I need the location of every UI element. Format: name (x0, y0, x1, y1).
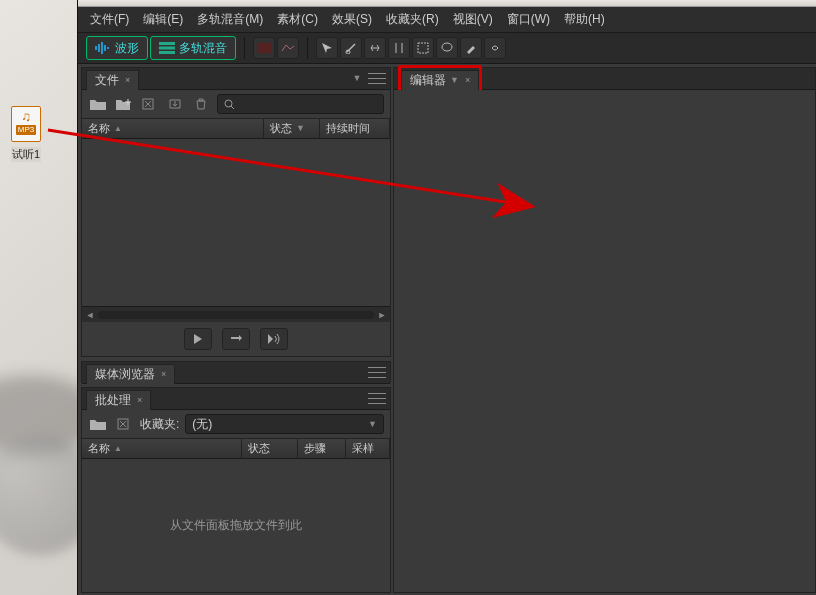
menu-clip[interactable]: 素材(C) (271, 9, 324, 30)
pitch-icon (281, 43, 295, 53)
batch-panel-header: 批处理 × (82, 388, 390, 410)
right-column: 编辑器 ▼ × (391, 64, 816, 595)
search-icon (224, 99, 235, 110)
media-browser-panel: 媒体浏览器 × (81, 361, 391, 383)
delete-button[interactable] (191, 95, 211, 113)
search-input[interactable] (239, 98, 377, 110)
panel-menu-dropdown[interactable]: ▼ (350, 72, 364, 86)
panel-options-icon[interactable] (368, 72, 386, 86)
files-tab-label: 文件 (95, 72, 119, 89)
menu-effects[interactable]: 效果(S) (326, 9, 378, 30)
tool-time-select[interactable] (388, 37, 410, 59)
brush-icon (465, 42, 477, 54)
remove-button[interactable] (114, 415, 134, 433)
scroll-left-icon[interactable]: ◄ (82, 308, 98, 322)
mp3-badge: MP3 (16, 125, 36, 135)
col-duration[interactable]: 持续时间 (320, 119, 390, 138)
marquee-icon (417, 42, 429, 54)
editor-tab-label: 编辑器 (410, 72, 446, 89)
close-icon[interactable]: × (465, 75, 470, 85)
desktop-file-label: 试听1 (11, 147, 41, 162)
col-step[interactable]: 步骤 (298, 439, 346, 458)
menu-favorites[interactable]: 收藏夹(R) (380, 9, 445, 30)
files-tab[interactable]: 文件 × (86, 70, 139, 90)
open-folder-button[interactable] (88, 415, 108, 433)
svg-point-20 (225, 100, 232, 107)
svg-rect-5 (159, 42, 175, 45)
media-browser-header: 媒体浏览器 × (82, 362, 390, 384)
menubar: 文件(F) 编辑(E) 多轨混音(M) 素材(C) 效果(S) 收藏夹(R) 视… (78, 7, 816, 33)
heal-icon (489, 42, 501, 54)
editor-tab[interactable]: 编辑器 ▼ × (401, 70, 479, 90)
editor-panel: 编辑器 ▼ × (393, 67, 816, 593)
close-icon[interactable]: × (137, 395, 142, 405)
panel-options-icon[interactable] (368, 392, 386, 406)
move-icon (321, 42, 333, 54)
export-button[interactable] (165, 95, 185, 113)
close-selected-button[interactable] (140, 95, 160, 113)
tool-razor[interactable] (340, 37, 362, 59)
menu-multitrack[interactable]: 多轨混音(M) (191, 9, 269, 30)
spectral-pitch-button[interactable] (277, 37, 299, 59)
svg-point-14 (442, 43, 452, 51)
col-status[interactable]: 状态 (242, 439, 298, 458)
menu-file[interactable]: 文件(F) (84, 9, 135, 30)
waveform-icon (95, 42, 111, 54)
multitrack-icon (159, 42, 175, 54)
spectral-icon (257, 43, 271, 53)
svg-rect-0 (95, 46, 97, 50)
app-window: 文件(F) 编辑(E) 多轨混音(M) 素材(C) 效果(S) 收藏夹(R) 视… (77, 0, 816, 595)
fav-select[interactable]: (无) ▼ (185, 414, 384, 434)
sort-asc-icon: ▲ (114, 444, 122, 453)
search-box[interactable] (217, 94, 384, 114)
batch-drop-hint: 从文件面板拖放文件到此 (170, 517, 302, 534)
close-icon[interactable]: × (161, 369, 166, 379)
loop-button[interactable] (222, 328, 250, 350)
slip-icon (369, 42, 381, 54)
tool-slip[interactable] (364, 37, 386, 59)
svg-rect-2 (101, 42, 103, 54)
tool-brush[interactable] (460, 37, 482, 59)
svg-rect-6 (159, 47, 175, 50)
files-hscroll[interactable]: ◄ ► (82, 306, 390, 322)
editor-highlight: 编辑器 ▼ × (398, 65, 482, 93)
tool-marquee[interactable] (412, 37, 434, 59)
chevron-down-icon[interactable]: ▼ (450, 76, 459, 85)
editor-body[interactable] (394, 90, 815, 592)
desktop-mp3-file[interactable]: ♫ MP3 试听1 (6, 106, 46, 162)
multitrack-mode-button[interactable]: 多轨混音 (150, 36, 236, 60)
batch-list-header: 名称▲ 状态 步骤 采样 (82, 439, 390, 459)
new-file-button[interactable] (114, 95, 134, 113)
panel-options-icon[interactable] (368, 366, 386, 380)
menu-edit[interactable]: 编辑(E) (137, 9, 189, 30)
batch-panel: 批处理 × 收藏夹: (无) ▼ 名称▲ (81, 387, 391, 593)
spectral-freq-button[interactable] (253, 37, 275, 59)
workspace: 文件 × ▼ (78, 64, 816, 595)
waveform-mode-button[interactable]: 波形 (86, 36, 148, 60)
batch-fav-row: 收藏夹: (无) ▼ (82, 410, 390, 439)
svg-line-21 (231, 106, 234, 109)
svg-rect-4 (107, 47, 109, 49)
waveform-label: 波形 (115, 40, 139, 57)
tool-lasso[interactable] (436, 37, 458, 59)
scroll-right-icon[interactable]: ► (374, 308, 390, 322)
multitrack-label: 多轨混音 (179, 40, 227, 57)
files-list-body[interactable] (82, 139, 390, 306)
menu-help[interactable]: 帮助(H) (558, 9, 611, 30)
col-name[interactable]: 名称▲ (82, 439, 242, 458)
media-browser-tab[interactable]: 媒体浏览器 × (86, 364, 175, 384)
auto-play-button[interactable] (260, 328, 288, 350)
batch-tab[interactable]: 批处理 × (86, 390, 151, 410)
open-file-button[interactable] (88, 95, 108, 113)
tool-move[interactable] (316, 37, 338, 59)
play-button[interactable] (184, 328, 212, 350)
col-name[interactable]: 名称▲ (82, 119, 264, 138)
close-icon[interactable]: × (125, 75, 130, 85)
menu-window[interactable]: 窗口(W) (501, 9, 556, 30)
col-status[interactable]: 状态▼ (264, 119, 320, 138)
tool-heal[interactable] (484, 37, 506, 59)
menu-view[interactable]: 视图(V) (447, 9, 499, 30)
col-sample[interactable]: 采样 (346, 439, 390, 458)
svg-rect-13 (418, 43, 428, 53)
batch-drop-area[interactable]: 从文件面板拖放文件到此 (82, 459, 390, 592)
